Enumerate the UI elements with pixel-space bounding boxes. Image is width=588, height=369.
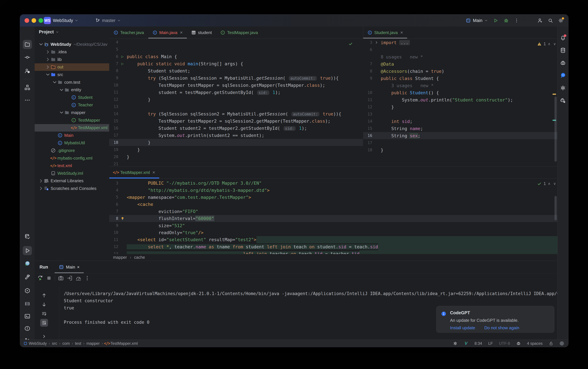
code-line-7[interactable]: 7 eviction="FIFO" — [109, 208, 558, 215]
zoom-button[interactable] — [39, 18, 43, 23]
tool-button-plugin-mascot[interactable] — [23, 259, 32, 268]
tree-item-mapper[interactable]: mapper — [35, 109, 109, 116]
chevron-right-icon[interactable] — [38, 186, 44, 191]
editor-tab-TestMapper.java[interactable]: ITestMapper.java — [216, 27, 262, 39]
code-line-9[interactable]: 9public class Student { — [363, 75, 558, 82]
statusbar-crumb-test[interactable]: test — [75, 341, 81, 346]
code-line-4[interactable]: 4 "http://mybatis.org/dtd/mybatis-3-mapp… — [109, 187, 558, 194]
tool-button-project[interactable] — [23, 40, 32, 49]
code-line-7[interactable]: 7@Data — [363, 61, 558, 68]
run-tab-main[interactable]: Main × — [55, 261, 84, 273]
arrow-up-button[interactable] — [40, 291, 48, 299]
branch-selector[interactable]: master — [95, 14, 121, 27]
run-gutter[interactable]: ▷ — [118, 62, 127, 66]
warning-stripe-mark[interactable] — [553, 94, 556, 95]
chev-r-sm-button[interactable] — [40, 333, 48, 340]
arrow-down-button[interactable] — [40, 301, 48, 308]
scrollbar-thumb[interactable] — [555, 196, 557, 220]
tool-button-python-packages[interactable]: [ ] — [23, 299, 32, 308]
scrollend-button[interactable] — [40, 319, 48, 327]
run-config-selector[interactable]: Main — [463, 14, 490, 27]
code-line-10[interactable]: 10 public Student() { — [363, 89, 558, 96]
inspection-warning-indicator[interactable]: 1 ∧ ∨ — [537, 41, 557, 46]
tree-item-WebStudy[interactable]: WebStudy~/Desktop/CS/Jav — [35, 41, 109, 48]
tree-item-WebStudy.iml[interactable]: WebStudy.iml — [35, 170, 109, 177]
close-icon[interactable]: × — [400, 30, 403, 35]
play-button[interactable] — [490, 14, 501, 27]
close-icon[interactable]: × — [152, 170, 155, 175]
close-icon[interactable]: × — [180, 30, 183, 35]
editor-tab-Teacher.java[interactable]: CTeacher.java — [109, 27, 148, 39]
minimize-button[interactable] — [31, 18, 36, 23]
tool-button-services[interactable] — [23, 286, 32, 295]
editor-student-java[interactable]: 3import ...68 usages new *7@Data8@Access… — [363, 39, 558, 166]
code-line-13[interactable]: 13 — [363, 111, 558, 118]
robot-widget[interactable] — [516, 341, 521, 346]
tree-item-text.xml[interactable]: </>text.xml — [35, 162, 109, 170]
tree-item-com.test[interactable]: com.test — [35, 79, 109, 86]
editor-main-java[interactable]: 456▷public class Main {7▷ public static … — [109, 39, 363, 166]
install-update-link[interactable]: Install update — [450, 325, 475, 330]
editor-tab-student[interactable]: student — [187, 27, 216, 39]
bulb-gutter[interactable] — [118, 216, 127, 221]
camera-button[interactable] — [58, 275, 64, 281]
statusbar-item-8-34[interactable]: 8:34 — [474, 341, 482, 346]
tool-button-commit[interactable] — [23, 53, 32, 62]
v-logo-widget[interactable]: V — [464, 341, 468, 346]
code-line-11[interactable]: 11 System.out.println("Student construct… — [363, 96, 558, 103]
tree-item-lib[interactable]: lib — [35, 56, 109, 63]
gauge-button[interactable] — [76, 275, 81, 281]
tool-button-ai-assistant[interactable] — [559, 58, 568, 67]
code-line-19[interactable]: 19 } — [109, 146, 363, 153]
chevron-down-icon[interactable] — [38, 41, 44, 47]
chevron-down-icon[interactable] — [59, 87, 64, 93]
code-line-12[interactable]: 12 } — [109, 96, 363, 103]
code-line-20[interactable]: 20} — [109, 153, 363, 160]
statusbar-crumb-mapper[interactable]: mapper — [86, 341, 99, 346]
tree-item-TestMapper[interactable]: ITestMapper — [35, 116, 109, 124]
tree-item-MybatisUtil[interactable]: CMybatisUtil — [35, 139, 109, 147]
code-line-8[interactable]: 8@Accessors(chain = true) — [363, 68, 558, 75]
statusbar-item-UTF-8[interactable]: UTF-8 — [499, 341, 510, 346]
breadcrumb-mapper[interactable]: mapper — [113, 255, 127, 260]
close-button[interactable] — [25, 18, 29, 23]
tool-button-run[interactable] — [23, 246, 32, 255]
softwrap-button[interactable] — [40, 310, 48, 318]
tool-button-database-services[interactable] — [23, 232, 32, 241]
statusbar-item-LF[interactable]: LF — [488, 341, 493, 346]
tool-button-terminal[interactable] — [23, 312, 32, 321]
code-line-14[interactable]: 14 int sid; — [363, 118, 558, 125]
openai-widget[interactable] — [453, 341, 458, 346]
tree-item-Teacher[interactable]: CTeacher — [35, 101, 109, 109]
tree-item-entity[interactable]: entity — [35, 86, 109, 94]
code-line-5[interactable]: 5<mapper namespace="com.test.mapper.Test… — [109, 194, 558, 201]
tool-button-chat[interactable] — [559, 71, 568, 80]
user-plus-button[interactable] — [535, 14, 545, 27]
import-button[interactable] — [67, 275, 73, 281]
code-line-11[interactable]: 11 student = testMapper.getStudentById( … — [109, 89, 363, 96]
tree-item-.gitignore[interactable]: .gitignore — [35, 147, 109, 154]
prev-next-mark[interactable]: ∧ ∨ — [548, 182, 557, 186]
project-panel-header[interactable]: Project — [39, 30, 59, 34]
kebab-button[interactable] — [84, 275, 90, 281]
code-line-16[interactable]: 16 Student student2 = testMapper2.getStu… — [109, 124, 363, 132]
code-line-17[interactable]: 17 — [363, 139, 558, 146]
chevron-down-icon[interactable] — [52, 80, 58, 85]
statusbar-crumb-file[interactable]: TestMapper.xml — [110, 341, 138, 346]
chevron-right-icon[interactable] — [45, 49, 51, 55]
code-line-6[interactable]: 6▷public class Main { — [109, 53, 363, 60]
code-line-3[interactable]: 3 PUBLIC "-//mybatis.org//DTD Mapper 3.0… — [109, 180, 558, 187]
editor-tab-Main.java[interactable]: CMain.java× — [148, 27, 187, 39]
prev-next-warning[interactable]: ∧ ∨ — [548, 42, 557, 46]
tree-item-out[interactable]: out — [35, 63, 109, 71]
project-selector[interactable]: WebStudy — [53, 14, 78, 27]
tool-button-database[interactable] — [559, 46, 568, 55]
scrollbar-thumb[interactable] — [555, 97, 557, 162]
stop-button[interactable] — [46, 275, 52, 281]
do-not-show-again-link[interactable]: Do not show again — [484, 325, 519, 330]
tree-item-.idea[interactable]: .idea — [35, 48, 109, 56]
inspection-ok-indicator[interactable] — [348, 41, 353, 46]
code-line-13[interactable]: 13 — [109, 103, 363, 110]
code-line-15[interactable]: 15 TestMapper testMapper2 = sqlSession2.… — [109, 117, 363, 124]
search-button[interactable] — [545, 14, 556, 27]
